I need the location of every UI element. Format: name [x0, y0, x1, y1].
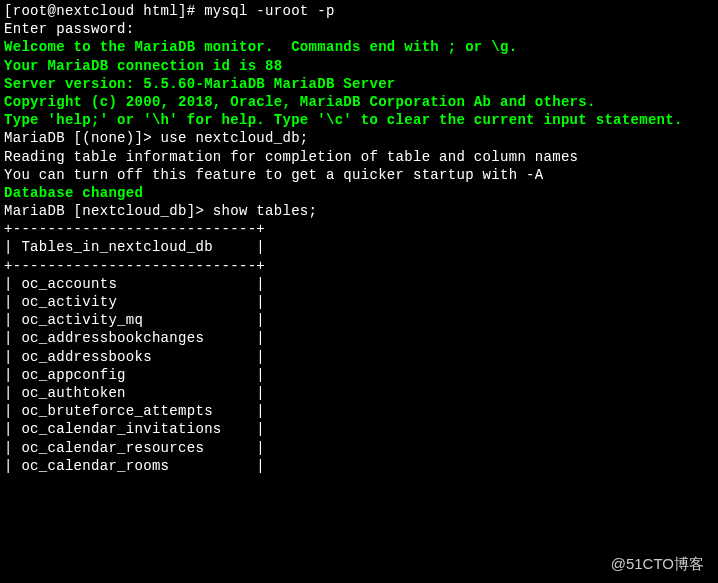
table-row: | oc_addressbookchanges |: [4, 329, 714, 347]
table-row: | oc_bruteforce_attempts |: [4, 402, 714, 420]
help-line: Type 'help;' or '\h' for help. Type '\c'…: [4, 111, 714, 129]
table-row: | oc_calendar_resources |: [4, 439, 714, 457]
table-row: | oc_accounts |: [4, 275, 714, 293]
table-row: | oc_appconfig |: [4, 366, 714, 384]
watermark-text: @51CTO博客: [611, 554, 704, 574]
table-row: | oc_calendar_rooms |: [4, 457, 714, 475]
reading-info-line: Reading table information for completion…: [4, 148, 714, 166]
table-row: | oc_addressbooks |: [4, 348, 714, 366]
table-row: | oc_activity_mq |: [4, 311, 714, 329]
table-header: | Tables_in_nextcloud_db |: [4, 238, 714, 256]
connection-id-line: Your MariaDB connection id is 88: [4, 57, 714, 75]
password-prompt[interactable]: Enter password:: [4, 20, 714, 38]
server-version-line: Server version: 5.5.60-MariaDB MariaDB S…: [4, 75, 714, 93]
mariadb-prompt-use[interactable]: MariaDB [(none)]> use nextcloud_db;: [4, 129, 714, 147]
welcome-line: Welcome to the MariaDB monitor. Commands…: [4, 38, 714, 56]
table-row: | oc_calendar_invitations |: [4, 420, 714, 438]
turn-off-line: You can turn off this feature to get a q…: [4, 166, 714, 184]
prompt-command-line[interactable]: [root@nextcloud html]# mysql -uroot -p: [4, 2, 714, 20]
terminal-output: [root@nextcloud html]# mysql -uroot -p E…: [4, 2, 714, 475]
table-row: | oc_authtoken |: [4, 384, 714, 402]
table-row: | oc_activity |: [4, 293, 714, 311]
copyright-line: Copyright (c) 2000, 2018, Oracle, MariaD…: [4, 93, 714, 111]
table-border-mid: +----------------------------+: [4, 257, 714, 275]
mariadb-prompt-show[interactable]: MariaDB [nextcloud_db]> show tables;: [4, 202, 714, 220]
table-border-top: +----------------------------+: [4, 220, 714, 238]
database-changed-line: Database changed: [4, 184, 714, 202]
